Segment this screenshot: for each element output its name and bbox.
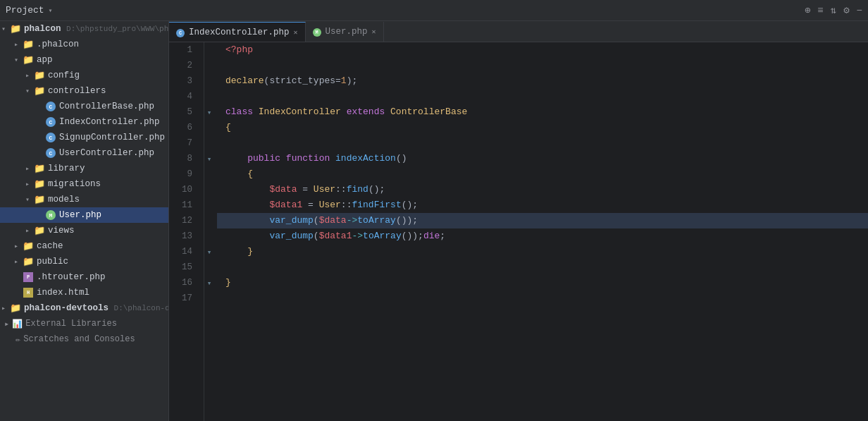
sidebar-item-migrations[interactable]: ▸ 📁 migrations	[0, 176, 168, 192]
sidebar-item-config[interactable]: ▸ 📁 config	[0, 68, 168, 83]
html-file-icon: H	[23, 287, 34, 298]
add-icon[interactable]: ⊕	[805, 4, 810, 16]
token: var_dump	[269, 213, 313, 228]
library-label: library	[48, 164, 85, 173]
tab-index-controller[interactable]: C IndexController.php ✕	[169, 22, 306, 42]
sidebar-item-app[interactable]: ▾ 📁 app	[0, 52, 168, 68]
sidebar-item-public[interactable]: ▸ 📁 public	[0, 254, 168, 269]
line-number-9: 9	[169, 166, 198, 182]
user-php-label: User.php	[59, 210, 101, 220]
gutter-14[interactable]: ▾	[204, 244, 214, 260]
sidebar-item-controllers[interactable]: ▾ 📁 controllers	[0, 83, 168, 99]
code-line-11[interactable]: $data1 = User::findFirst();	[217, 197, 868, 213]
code-line-17[interactable]	[217, 291, 868, 306]
usercontroller-label: UserController.php	[59, 148, 154, 158]
line-number-10: 10	[169, 182, 198, 197]
token: class	[225, 104, 259, 120]
token: die	[423, 228, 440, 244]
token: ();	[368, 182, 385, 197]
expand-arrow-config: ▸	[25, 71, 34, 80]
tab-index-controller-label: IndexController.php	[189, 28, 290, 37]
sidebar-item-phalcon-root[interactable]: ▾ 📁 phalcon D:\phpstudy_pro\WWW\phalcon	[0, 21, 168, 37]
token: toArray	[357, 213, 396, 228]
sidebar-item-signupcontroller[interactable]: C SignupController.php	[0, 130, 168, 145]
sidebar-item-indexcontroller[interactable]: C IndexController.php	[0, 114, 168, 130]
project-title-area: Project ▾	[6, 5, 53, 16]
token: declare	[225, 73, 264, 89]
htrouter-label: .htrouter.php	[37, 272, 106, 282]
code-line-5[interactable]: class IndexController extends Controller…	[217, 104, 868, 120]
token: User	[319, 197, 341, 213]
project-dropdown-arrow[interactable]: ▾	[49, 6, 53, 15]
sidebar-item-usercontroller[interactable]: C UserController.php	[0, 145, 168, 161]
sidebar-item-user-php[interactable]: M User.php	[0, 207, 168, 223]
php-file-icon3: C	[45, 132, 56, 143]
tab-user[interactable]: M User.php ✕	[306, 22, 384, 42]
sidebar-item-phalcon-hidden[interactable]: ▸ 📁 .phalcon	[0, 37, 168, 52]
sidebar-item-phalcon-devtools[interactable]: ▸ 📁 phalcon-devtools D:\phalcon-devtools	[0, 300, 168, 316]
tab-user-icon: M	[313, 27, 321, 37]
code-line-3[interactable]: declare(strict_types=1);	[217, 73, 868, 89]
expand-arrow: ▾	[1, 25, 10, 33]
php-model-file-icon: M	[45, 209, 56, 221]
minimize-icon[interactable]: −	[857, 5, 862, 16]
gutter-17	[204, 291, 214, 306]
tab-user-label: User.php	[326, 27, 368, 37]
gutter-12	[204, 213, 214, 228]
token: $data	[319, 213, 347, 228]
code-line-15[interactable]	[217, 260, 868, 275]
tab-index-controller-close[interactable]: ✕	[294, 28, 298, 37]
code-line-9[interactable]: {	[217, 166, 868, 182]
editor-tabs: C IndexController.php ✕ M User.php ✕	[169, 21, 868, 42]
code-line-10[interactable]: $data = User::find();	[217, 182, 868, 197]
folder-icon-public: 📁	[23, 256, 34, 267]
gutter-8[interactable]: ▾	[204, 151, 214, 166]
gutter-11	[204, 197, 214, 213]
expand-arrow-devtools: ▸	[1, 304, 10, 312]
folder-icon-devtools: 📁	[10, 303, 21, 314]
sidebar-item-views[interactable]: ▸ 📁 views	[0, 223, 168, 238]
settings-icon[interactable]: ⚙	[843, 4, 849, 16]
editor: C IndexController.php ✕ M User.php ✕ 123…	[169, 21, 868, 421]
sidebar-item-index-html[interactable]: H index.html	[0, 285, 168, 300]
tab-user-close[interactable]: ✕	[372, 28, 376, 36]
gutter-10	[204, 182, 214, 197]
line-number-16: 16	[169, 275, 198, 291]
tab-php-icon: C	[176, 28, 185, 37]
code-line-16[interactable]: }	[217, 275, 868, 291]
sort-icon[interactable]: ⇅	[831, 4, 836, 16]
code-line-7[interactable]	[217, 135, 868, 151]
project-label: Project	[6, 5, 44, 16]
expand-arrow-migrations: ▸	[25, 180, 34, 188]
token	[225, 244, 247, 260]
code-line-12[interactable]: var_dump($data->toArray());	[217, 213, 868, 228]
line-numbers: 1234567891011121314151617	[169, 42, 204, 421]
line-number-17: 17	[169, 291, 198, 306]
code-line-6[interactable]: {	[217, 120, 868, 135]
code-lines[interactable]: <?phpdeclare(strict_types=1);class Index…	[217, 42, 868, 421]
expand-arrow-phalcon: ▸	[14, 40, 23, 49]
code-line-1[interactable]: <?php	[217, 42, 868, 58]
token	[225, 182, 269, 197]
code-line-14[interactable]: }	[217, 244, 868, 260]
gutter-16[interactable]: ▾	[204, 275, 214, 291]
sidebar-item-scratches[interactable]: ✏️ Scratches and Consoles	[0, 331, 168, 347]
code-line-13[interactable]: var_dump($data1->toArray());die;	[217, 228, 868, 244]
token: ();	[402, 197, 418, 213]
php-file-icon4: C	[45, 147, 56, 159]
sidebar-item-htrouter[interactable]: P .htrouter.php	[0, 269, 168, 285]
code-line-8[interactable]: public function indexAction()	[217, 151, 868, 166]
code-area[interactable]: 1234567891011121314151617 ▾▾▾▾ <?phpdecl…	[169, 42, 868, 421]
gutter-9	[204, 166, 214, 182]
code-line-4[interactable]	[217, 89, 868, 104]
sidebar-item-library[interactable]: ▸ 📁 library	[0, 161, 168, 176]
sidebar-item-external-libraries[interactable]: ▸ 📊 External Libraries	[0, 316, 168, 331]
code-line-2[interactable]	[217, 58, 868, 73]
line-number-1: 1	[169, 42, 198, 58]
sidebar-item-cache[interactable]: ▸ 📁 cache	[0, 238, 168, 254]
token: ::	[335, 182, 347, 197]
gutter-5[interactable]: ▾	[204, 104, 214, 120]
sidebar-item-controllerbase[interactable]: C ControllerBase.php	[0, 99, 168, 114]
sidebar-item-models[interactable]: ▾ 📁 models	[0, 192, 168, 207]
list-icon[interactable]: ≡	[817, 5, 823, 16]
